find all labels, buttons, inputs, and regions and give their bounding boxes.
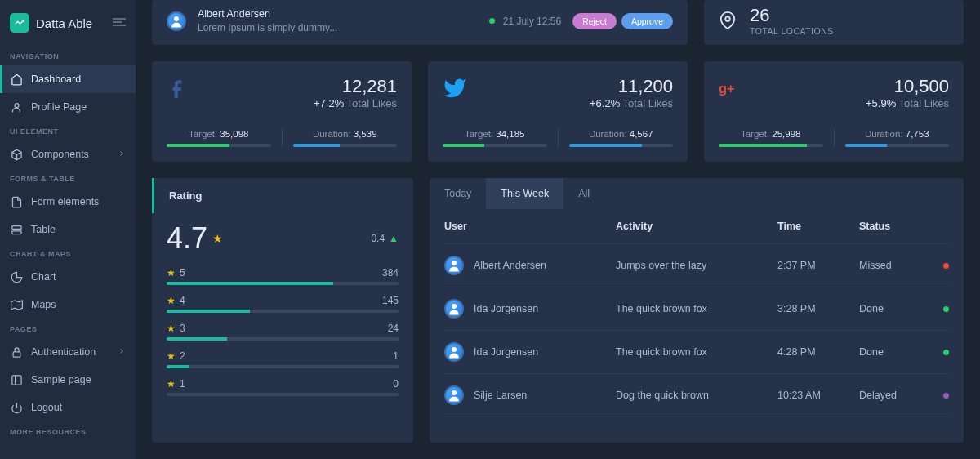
- sidebar-item-logout[interactable]: Logout: [0, 394, 136, 421]
- sidebar-item-chart[interactable]: Chart: [0, 263, 136, 291]
- status-dot-icon: [943, 350, 949, 355]
- tw-icon: [443, 76, 467, 100]
- notification-desc: Lorem Ipsum is simply dummy...: [198, 22, 478, 33]
- sidebar-item-label: Chart: [31, 271, 56, 283]
- star-icon: ★: [212, 232, 223, 245]
- brand-name: Datta Able: [36, 16, 92, 30]
- chevron-right-icon: [118, 346, 126, 358]
- tab-today[interactable]: Today: [430, 178, 486, 209]
- row-user-name: Ida Jorgensen: [474, 303, 538, 314]
- rating-bar-row: ★ 1 0: [167, 378, 399, 396]
- sidebar-item-components[interactable]: Components: [0, 140, 136, 168]
- rating-bar-count: 1: [393, 350, 399, 362]
- svg-rect-5: [11, 230, 20, 234]
- social-subtitle: +6.2% Total Likes: [590, 97, 673, 109]
- logo-row: Datta Able: [0, 7, 136, 46]
- sidebar-item-label: Sample page: [31, 374, 91, 385]
- rating-bar-label: ★ 4: [167, 295, 185, 306]
- svg-rect-8: [11, 375, 20, 384]
- nav-heading-ui: UI ELEMENT: [0, 121, 136, 140]
- file-icon: [10, 195, 23, 208]
- box-icon: [10, 148, 23, 161]
- rating-bar-label: ★ 1: [167, 378, 185, 390]
- target-label: Target: 35,098: [167, 129, 271, 139]
- row-time: 3:28 PM: [777, 303, 859, 314]
- avatar: [444, 385, 464, 405]
- avatar: [167, 11, 186, 31]
- nav-heading-pages: PAGES: [0, 319, 136, 338]
- target-label: Target: 25,998: [719, 129, 823, 139]
- row-activity: The quick brown fox: [616, 303, 777, 314]
- notification-time: 21 July 12:56: [503, 16, 561, 27]
- row-time: 4:28 PM: [777, 346, 859, 358]
- sidebar-item-profile[interactable]: Profile Page: [0, 93, 136, 121]
- sidebar-item-label: Maps: [31, 299, 56, 310]
- row-activity: Dog the quick brown: [616, 390, 777, 401]
- table-row[interactable]: Ida Jorgensen The quick brown fox 3:28 P…: [444, 287, 949, 331]
- social-card-fb: 12,281 +7.2% Total Likes Target: 35,098 …: [152, 61, 412, 162]
- table-row[interactable]: Albert Andersen Jumps over the lazy 2:37…: [444, 244, 949, 287]
- server-icon: [10, 223, 23, 236]
- row-time: 2:37 PM: [777, 260, 859, 271]
- sidebar: Datta Able NAVIGATION Dashboard Profile …: [0, 0, 136, 459]
- rating-score: 4.7 ★: [167, 221, 223, 256]
- rating-bar-label: ★ 5: [167, 267, 185, 279]
- sidebar-item-label: Profile Page: [31, 101, 87, 113]
- avatar: [444, 299, 464, 319]
- sidebar-item-label: Form elements: [31, 196, 99, 207]
- sidebar-item-table[interactable]: Table: [0, 216, 136, 243]
- tab-all[interactable]: All: [564, 178, 604, 209]
- sidebar-icon: [10, 373, 23, 386]
- pin-icon: [719, 11, 737, 29]
- star-icon: ★: [167, 267, 176, 279]
- duration-label: Duration: 3,539: [293, 129, 398, 139]
- sidebar-item-auth[interactable]: Authentication: [0, 338, 136, 366]
- svg-point-3: [15, 103, 19, 107]
- sidebar-item-label: Logout: [31, 402, 62, 413]
- table-row[interactable]: Silje Larsen Dog the quick brown 10:23 A…: [444, 374, 949, 417]
- sidebar-item-label: Dashboard: [31, 74, 81, 85]
- star-icon: ★: [167, 350, 176, 362]
- duration-label: Duration: 7,753: [845, 129, 950, 139]
- svg-rect-7: [13, 351, 20, 356]
- user-icon: [10, 100, 23, 114]
- svg-point-17: [452, 390, 457, 395]
- row-status: Delayed: [859, 390, 949, 401]
- svg-point-11: [174, 16, 179, 21]
- sidebar-item-label: Authentication: [31, 346, 96, 358]
- sidebar-item-sample[interactable]: Sample page: [0, 366, 136, 394]
- status-dot-icon: [489, 18, 495, 24]
- sidebar-item-maps[interactable]: Maps: [0, 291, 136, 319]
- nav-heading-navigation: NAVIGATION: [0, 46, 136, 65]
- locations-count: 26: [750, 5, 834, 26]
- social-card-tw: 11,200 +6.2% Total Likes Target: 34,185 …: [428, 61, 688, 162]
- rating-bar-count: 0: [393, 378, 399, 390]
- svg-rect-4: [11, 225, 20, 229]
- social-count: 10,500: [866, 76, 949, 97]
- row-activity: The quick brown fox: [616, 346, 777, 358]
- social-subtitle: +7.2% Total Likes: [314, 97, 397, 109]
- table-row[interactable]: Ida Jorgensen The quick brown fox 4:28 P…: [444, 331, 949, 374]
- rating-score-value: 4.7: [167, 221, 207, 256]
- social-count: 11,200: [590, 76, 673, 97]
- reject-button[interactable]: Reject: [572, 13, 617, 29]
- rating-bar-row: ★ 5 384: [167, 267, 399, 285]
- activity-card: Today This Week All User Activity Time S…: [430, 178, 964, 443]
- table-head: User Activity Time Status: [444, 209, 949, 244]
- power-icon: [10, 401, 23, 414]
- tab-this-week[interactable]: This Week: [486, 178, 564, 209]
- fb-icon: [167, 76, 191, 100]
- th-time: Time: [777, 221, 859, 232]
- approve-button[interactable]: Approve: [621, 13, 673, 29]
- row-time: 10:23 AM: [777, 390, 859, 401]
- target-label: Target: 34,185: [443, 129, 547, 139]
- star-icon: ★: [167, 378, 176, 390]
- th-status: Status: [859, 221, 949, 232]
- sidebar-item-dashboard[interactable]: Dashboard: [0, 65, 136, 93]
- sidebar-item-form-elements[interactable]: Form elements: [0, 188, 136, 216]
- duration-label: Duration: 4,567: [569, 129, 674, 139]
- collapse-icon[interactable]: [113, 17, 126, 29]
- svg-point-14: [452, 261, 457, 265]
- rating-delta: 0.4 ▲: [371, 233, 399, 244]
- avatar: [444, 342, 464, 362]
